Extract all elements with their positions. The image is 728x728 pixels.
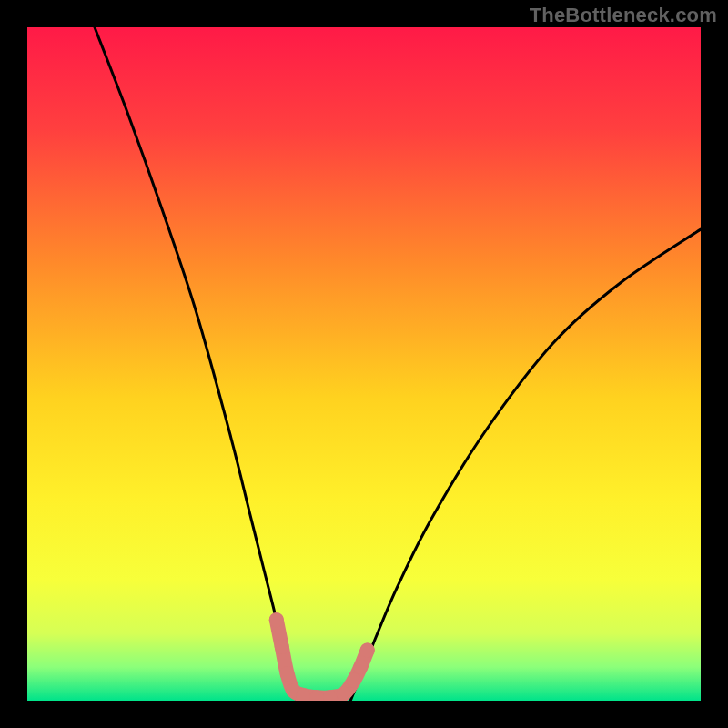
chart-frame: TheBottleneck.com: [0, 0, 728, 728]
valley-marker-dot: [347, 673, 361, 688]
valley-marker-dot: [269, 612, 284, 627]
bottleneck-chart: [0, 0, 728, 728]
watermark-text: TheBottleneck.com: [530, 4, 717, 27]
valley-marker-dot: [296, 688, 310, 703]
valley-marker-dot: [275, 640, 289, 654]
valley-marker-dot: [353, 660, 368, 674]
valley-marker-dot: [337, 687, 351, 702]
plot-gradient: [27, 27, 701, 701]
valley-marker-dot: [280, 666, 295, 681]
valley-marker-dot: [360, 643, 375, 658]
